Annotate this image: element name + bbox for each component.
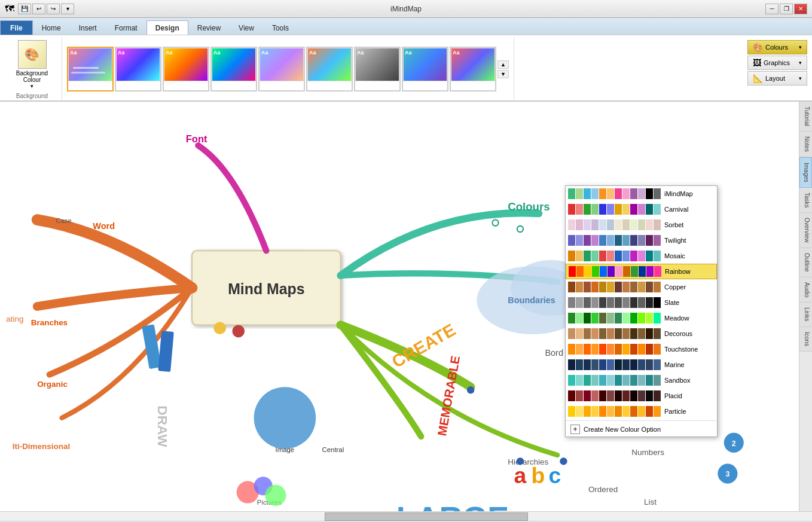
quick-access-save[interactable]: 💾 bbox=[18, 4, 31, 14]
sidebar-tab-tutorial[interactable]: Tutorial bbox=[799, 102, 812, 132]
graphics-icon: 🖼 bbox=[753, 58, 761, 68]
style-thumb-1[interactable]: Aa bbox=[67, 47, 114, 91]
styles-scroll-down[interactable]: ▼ bbox=[497, 70, 509, 78]
style-thumb-6[interactable]: Aa bbox=[306, 47, 353, 91]
quick-access-undo[interactable]: ↩ bbox=[32, 4, 45, 14]
colour-item-sorbet[interactable]: Sorbet bbox=[566, 217, 717, 233]
svg-text:Branches: Branches bbox=[31, 318, 68, 327]
svg-text:b: b bbox=[532, 463, 545, 488]
right-sidebar: Tutorial Notes Images Tasks Overview Out… bbox=[799, 102, 812, 511]
graphics-button[interactable]: 🖼 Graphics ▾ bbox=[747, 56, 807, 70]
colour-item-carnival[interactable]: Carnival bbox=[566, 202, 717, 217]
sidebar-tab-icons[interactable]: Icons bbox=[799, 327, 812, 352]
svg-point-52 bbox=[560, 457, 567, 465]
canvas-area[interactable]: Mind Maps Word Case Branches Organic Fon… bbox=[0, 102, 799, 511]
scrollbar-thumb-horizontal[interactable] bbox=[325, 512, 528, 521]
minimize-button[interactable]: ─ bbox=[765, 4, 779, 14]
sidebar-tab-images[interactable]: Images bbox=[799, 157, 812, 188]
svg-point-42 bbox=[265, 485, 286, 506]
quick-access-redo[interactable]: ↪ bbox=[47, 4, 60, 14]
svg-text:Central: Central bbox=[322, 446, 344, 453]
svg-point-13 bbox=[254, 387, 316, 449]
svg-text:LARGE: LARGE bbox=[396, 500, 509, 511]
svg-point-43 bbox=[213, 322, 226, 334]
colour-item-particle[interactable]: Particle bbox=[566, 404, 717, 419]
colour-item-twilight[interactable]: Twilight bbox=[566, 233, 717, 248]
layout-dropdown-arrow: ▾ bbox=[799, 75, 802, 81]
background-colour-button[interactable]: 🎨 Background Colour ▾ bbox=[7, 38, 57, 91]
svg-text:Image: Image bbox=[276, 446, 295, 453]
colour-item-touchstone[interactable]: Touchstone bbox=[566, 341, 717, 357]
colour-item-copper[interactable]: Copper bbox=[566, 279, 717, 295]
horizontal-scrollbar[interactable] bbox=[0, 511, 812, 521]
background-colour-icon: 🎨 bbox=[18, 40, 47, 69]
graphics-button-label: Graphics bbox=[764, 59, 790, 66]
colour-item-decorous[interactable]: Decorous bbox=[566, 326, 717, 341]
svg-point-48 bbox=[492, 220, 498, 226]
ribbon-group-background: 🎨 Background Colour ▾ Background bbox=[2, 38, 62, 100]
svg-text:Organic: Organic bbox=[37, 380, 68, 389]
style-thumb-5[interactable]: Aa bbox=[258, 47, 305, 91]
create-icon: + bbox=[570, 425, 580, 434]
style-thumb-7[interactable]: Aa bbox=[354, 47, 401, 91]
tab-view[interactable]: View bbox=[230, 20, 263, 35]
tab-insert[interactable]: Insert bbox=[70, 20, 106, 35]
create-new-colour-button[interactable]: + Create New Colour Option bbox=[566, 422, 717, 436]
tab-review[interactable]: Review bbox=[188, 20, 230, 35]
svg-point-49 bbox=[517, 226, 523, 232]
svg-text:2: 2 bbox=[732, 439, 736, 448]
style-thumb-3[interactable]: Aa bbox=[163, 47, 209, 91]
sidebar-tab-outline[interactable]: Outline bbox=[799, 248, 812, 277]
tab-design[interactable]: Design bbox=[146, 20, 188, 35]
tab-format[interactable]: Format bbox=[106, 20, 146, 35]
sidebar-tab-audio[interactable]: Audio bbox=[799, 277, 812, 303]
colour-dropdown: iMindMap Carnival Sorbet bbox=[565, 185, 718, 437]
svg-text:Boundaries: Boundaries bbox=[508, 295, 555, 305]
sidebar-tab-overview[interactable]: Overview bbox=[799, 213, 812, 248]
colour-item-meadow[interactable]: Meadow bbox=[566, 310, 717, 326]
main-container: Mind Maps Word Case Branches Organic Fon… bbox=[0, 102, 812, 511]
tab-tools[interactable]: Tools bbox=[263, 20, 298, 35]
styles-scroll-up[interactable]: ▲ bbox=[497, 60, 509, 69]
svg-point-44 bbox=[232, 325, 245, 338]
quick-access-more[interactable]: ▾ bbox=[61, 4, 74, 14]
sidebar-tab-notes[interactable]: Notes bbox=[799, 132, 812, 157]
colour-item-imindmap[interactable]: iMindMap bbox=[566, 186, 717, 202]
restore-button[interactable]: ❐ bbox=[780, 4, 793, 14]
colour-item-slate[interactable]: Slate bbox=[566, 295, 717, 310]
style-thumb-2[interactable]: Aa bbox=[115, 47, 161, 91]
svg-text:ating: ating bbox=[6, 315, 23, 323]
sidebar-tab-links[interactable]: Links bbox=[799, 303, 812, 326]
style-thumb-9[interactable]: Aa bbox=[450, 47, 496, 91]
colours-palette-icon: 🎨 bbox=[753, 42, 763, 52]
sidebar-tab-tasks[interactable]: Tasks bbox=[799, 188, 812, 213]
ribbon-tabs: File Home Insert Format Design Review Vi… bbox=[0, 18, 812, 35]
svg-point-51 bbox=[517, 457, 524, 465]
colour-item-placid[interactable]: Placid bbox=[566, 388, 717, 404]
tab-home[interactable]: Home bbox=[33, 20, 70, 35]
colours-button[interactable]: 🎨 Colours ▾ bbox=[747, 40, 807, 54]
style-thumb-4[interactable]: Aa bbox=[210, 47, 257, 91]
app-title: iMindMap bbox=[390, 5, 422, 13]
background-colour-dropdown-arrow[interactable]: ▾ bbox=[30, 83, 33, 89]
colour-item-sandbox[interactable]: Sandbox bbox=[566, 373, 717, 388]
layout-button-label: Layout bbox=[765, 75, 785, 82]
close-button[interactable]: ✕ bbox=[794, 4, 807, 14]
colour-item-marine[interactable]: Marine bbox=[566, 357, 717, 373]
layout-button[interactable]: 📐 Layout ▾ bbox=[747, 71, 807, 86]
svg-text:Mind Maps: Mind Maps bbox=[228, 281, 304, 297]
tab-file[interactable]: File bbox=[0, 20, 33, 35]
background-colour-label: Background Colour bbox=[10, 70, 54, 83]
style-thumb-8[interactable]: Aa bbox=[402, 47, 448, 91]
svg-text:Bord: Bord bbox=[545, 348, 563, 358]
svg-text:Colours: Colours bbox=[508, 200, 550, 213]
layout-icon: 📐 bbox=[753, 74, 763, 83]
colour-item-rainbow[interactable]: Rainbow bbox=[566, 264, 717, 279]
colour-item-mosaic[interactable]: Mosaic bbox=[566, 248, 717, 264]
svg-text:Case: Case bbox=[56, 217, 72, 224]
app-icon: 🗺 bbox=[5, 4, 14, 14]
colours-dropdown-arrow: ▾ bbox=[799, 44, 802, 50]
svg-text:Ordered: Ordered bbox=[588, 485, 618, 494]
dropdown-divider bbox=[566, 420, 717, 421]
dropdown-scroll-area[interactable]: iMindMap Carnival Sorbet bbox=[566, 186, 717, 419]
